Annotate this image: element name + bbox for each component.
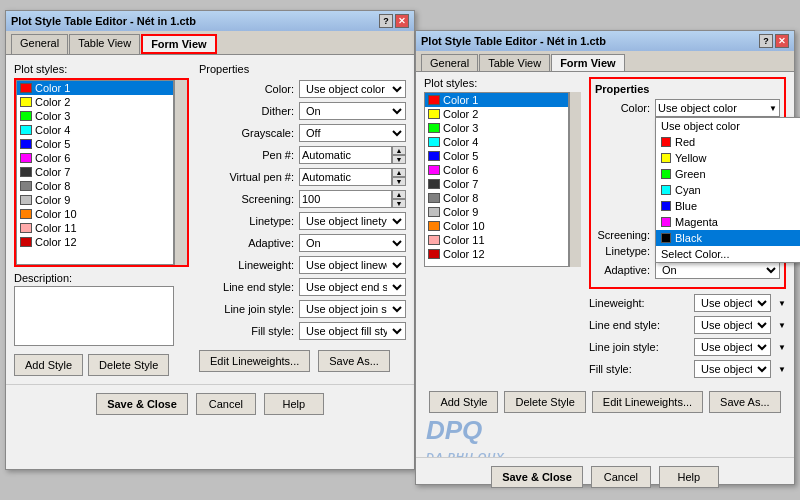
dropdown-item[interactable]: Green: [656, 166, 800, 182]
help-button-w2[interactable]: Help: [659, 466, 719, 488]
save-as-button-w2[interactable]: Save As...: [709, 391, 781, 413]
list-item[interactable]: Color 1: [17, 81, 173, 95]
screening-up-w1[interactable]: ▲: [392, 190, 406, 199]
tab-general-w1[interactable]: General: [11, 34, 68, 54]
list-item[interactable]: Color 6: [17, 151, 173, 165]
window2-help-btn[interactable]: ?: [759, 34, 773, 48]
edit-lineweights-button-w1[interactable]: Edit Lineweights...: [199, 350, 310, 372]
list-item[interactable]: Color 8: [17, 179, 173, 193]
window2-close-btn[interactable]: ✕: [775, 34, 789, 48]
pen-up-w1[interactable]: ▲: [392, 146, 406, 155]
dither-select-w1[interactable]: On: [299, 102, 406, 120]
add-style-button-w1[interactable]: Add Style: [14, 354, 83, 376]
list-item[interactable]: Color 11: [17, 221, 173, 235]
list-item[interactable]: Color 7: [425, 177, 568, 191]
dropdown-item[interactable]: Magenta: [656, 214, 800, 230]
list-scrollbar[interactable]: [174, 80, 187, 265]
list-item[interactable]: Color 3: [17, 109, 173, 123]
list-item[interactable]: Color 4: [425, 135, 568, 149]
adaptive-select-w1[interactable]: On: [299, 234, 406, 252]
description-box-w1[interactable]: [14, 286, 174, 346]
dropdown-swatch: [661, 169, 671, 179]
fillstyle-select-w1[interactable]: Use object fill style: [299, 322, 406, 340]
adaptive-select-w2[interactable]: On: [655, 261, 780, 279]
list-item[interactable]: Color 5: [425, 149, 568, 163]
dropdown-item[interactable]: Red: [656, 134, 800, 150]
virtualpen-input-w1[interactable]: [299, 168, 392, 186]
list-item[interactable]: Color 9: [425, 205, 568, 219]
list-item[interactable]: Color 12: [17, 235, 173, 249]
screening-spinner-w1: ▲ ▼: [392, 190, 406, 208]
list-item[interactable]: Color 8: [425, 191, 568, 205]
lineend-select-w1[interactable]: Use object end style: [299, 278, 406, 296]
tab-general-w2[interactable]: General: [421, 54, 478, 71]
dropdown-item[interactable]: Use object color: [656, 118, 800, 134]
list-item[interactable]: Color 5: [17, 137, 173, 151]
list-item[interactable]: Color 11: [425, 233, 568, 247]
save-close-button-w2[interactable]: Save & Close: [491, 466, 583, 488]
cancel-button-w2[interactable]: Cancel: [591, 466, 651, 488]
w2-list-wrapper: Color 1 Color 2 Color 3 Color 4: [424, 92, 581, 267]
color-swatch: [20, 181, 32, 191]
edit-lineweights-button-w2[interactable]: Edit Lineweights...: [592, 391, 703, 413]
list-item[interactable]: Color 6: [425, 163, 568, 177]
w2-list-scrollbar[interactable]: [569, 92, 581, 267]
lineend-row-w2: Line end style: Use object end style ▼: [589, 316, 786, 334]
lineend-select-w2[interactable]: Use object end style: [694, 316, 771, 334]
grayscale-select-w1[interactable]: Off: [299, 124, 406, 142]
pen-input-w1[interactable]: [299, 146, 392, 164]
list-item[interactable]: Color 7: [17, 165, 173, 179]
lineweight-select-w1[interactable]: Use object lineweight: [299, 256, 406, 274]
tab-tableview-w1[interactable]: Table View: [69, 34, 140, 54]
linejoin-select-w2[interactable]: Use object join style: [694, 338, 771, 356]
save-close-button-w1[interactable]: Save & Close: [96, 393, 188, 415]
pen-down-w1[interactable]: ▼: [392, 155, 406, 164]
list-item[interactable]: Color 9: [17, 193, 173, 207]
color-list-w2[interactable]: Color 1 Color 2 Color 3 Color 4: [424, 92, 569, 267]
add-style-button-w2[interactable]: Add Style: [429, 391, 498, 413]
dropdown-item-black[interactable]: Black: [656, 230, 800, 246]
fillstyle-select-w2[interactable]: Use object fill style: [694, 360, 771, 378]
list-item[interactable]: Color 1: [425, 93, 568, 107]
list-item[interactable]: Color 4: [17, 123, 173, 137]
pen-spinner-w1: ▲ ▼: [392, 146, 406, 164]
dropdown-item[interactable]: Yellow: [656, 150, 800, 166]
linetype-select-w1[interactable]: Use object linetype: [299, 212, 406, 230]
screening-input-w1[interactable]: [299, 190, 392, 208]
tab-tableview-w2[interactable]: Table View: [479, 54, 550, 71]
delete-style-button-w2[interactable]: Delete Style: [504, 391, 585, 413]
window1-close-btn[interactable]: ✕: [395, 14, 409, 28]
virtualpen-up-w1[interactable]: ▲: [392, 168, 406, 177]
window1-help-btn[interactable]: ?: [379, 14, 393, 28]
color-dropdown-trigger-w2[interactable]: Use object color ▼: [655, 99, 780, 117]
list-item[interactable]: Color 2: [17, 95, 173, 109]
help-button-w1[interactable]: Help: [264, 393, 324, 415]
list-item[interactable]: Color 12: [425, 247, 568, 261]
color-swatch: [428, 249, 440, 259]
style-buttons-w1: Add Style Delete Style: [14, 354, 189, 376]
color-list-w1[interactable]: Color 1 Color 2 Color 3 Color 4: [16, 80, 174, 265]
dropdown-item[interactable]: Blue: [656, 198, 800, 214]
cancel-button-w1[interactable]: Cancel: [196, 393, 256, 415]
tab-formview-w1[interactable]: Form View: [141, 34, 216, 54]
color-swatch: [428, 221, 440, 231]
dropdown-item-select-color[interactable]: Select Color...: [656, 246, 800, 262]
list-item[interactable]: Color 2: [425, 107, 568, 121]
virtualpen-down-w1[interactable]: ▼: [392, 177, 406, 186]
color-dropdown-arrow-icon: ▼: [769, 104, 777, 113]
window2-title: Plot Style Table Editor - Nét in 1.ctb: [421, 35, 606, 47]
screening-down-w1[interactable]: ▼: [392, 199, 406, 208]
list-item[interactable]: Color 10: [17, 207, 173, 221]
properties-section-w2: Properties Color: Use object color ▼ Use: [589, 77, 786, 382]
color-select-w1[interactable]: Use object color: [299, 80, 406, 98]
lineweight-select-w2[interactable]: Use object lineweight: [694, 294, 771, 312]
list-item[interactable]: Color 10: [425, 219, 568, 233]
dropdown-item[interactable]: Cyan: [656, 182, 800, 198]
save-as-button-w1[interactable]: Save As...: [318, 350, 390, 372]
list-item[interactable]: Color 3: [425, 121, 568, 135]
dropdown-item-label: Green: [675, 168, 706, 180]
tab-formview-w2[interactable]: Form View: [551, 54, 624, 71]
dropdown-item-label: Select Color...: [661, 248, 729, 260]
linejoin-select-w1[interactable]: Use object join style: [299, 300, 406, 318]
delete-style-button-w1[interactable]: Delete Style: [88, 354, 169, 376]
